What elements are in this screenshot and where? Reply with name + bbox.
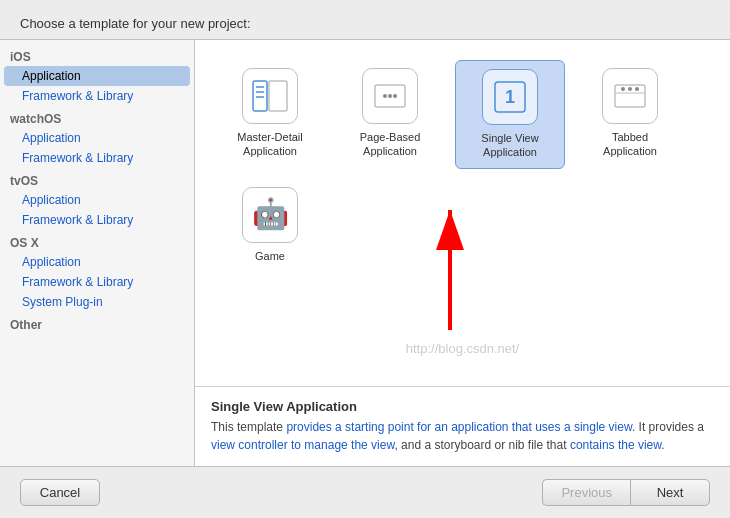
sidebar-item-tv-framework[interactable]: Framework & Library (0, 210, 194, 230)
footer: Cancel Previous Next (0, 467, 730, 518)
sidebar-section-watchos: watchOS (0, 106, 194, 128)
sidebar-item-watch-application[interactable]: Application (0, 128, 194, 148)
desc-highlight-3: contains the view (570, 438, 661, 452)
template-label-game: Game (255, 249, 285, 263)
template-item-page-based[interactable]: Page-Based Application (335, 60, 445, 169)
nav-buttons: Previous Next (542, 479, 710, 506)
template-icon-game: 🤖 (242, 187, 298, 243)
template-icon-single-view: 1 (482, 69, 538, 125)
sidebar-section-other: Other (0, 312, 194, 334)
template-label-master-detail: Master-Detail Application (237, 130, 302, 159)
main-area: Master-Detail ApplicationPage-Based Appl… (195, 40, 730, 466)
template-icon-page-based (362, 68, 418, 124)
svg-text:1: 1 (505, 87, 515, 107)
template-item-game[interactable]: 🤖Game (215, 179, 325, 271)
description-title: Single View Application (211, 399, 714, 414)
template-item-tabbed[interactable]: Tabbed Application (575, 60, 685, 169)
description-text: This template provides a starting point … (211, 418, 714, 454)
svg-rect-0 (253, 81, 267, 111)
sidebar-item-watch-framework[interactable]: Framework & Library (0, 148, 194, 168)
dialog: Choose a template for your new project: … (0, 0, 730, 518)
template-item-single-view[interactable]: 1Single View Application (455, 60, 565, 169)
template-label-tabbed: Tabbed Application (603, 130, 657, 159)
sidebar-section-os x: OS X (0, 230, 194, 252)
sidebar: iOSApplicationFramework & LibrarywatchOS… (0, 40, 195, 466)
template-label-page-based: Page-Based Application (360, 130, 421, 159)
sidebar-item-ios-framework[interactable]: Framework & Library (0, 86, 194, 106)
description-area: Single View Application This template pr… (195, 386, 730, 466)
svg-rect-1 (269, 81, 287, 111)
svg-point-15 (635, 87, 639, 91)
templates-grid: Master-Detail ApplicationPage-Based Appl… (195, 40, 730, 386)
template-item-master-detail[interactable]: Master-Detail Application (215, 60, 325, 169)
sidebar-section-tvos: tvOS (0, 168, 194, 190)
svg-point-8 (393, 94, 397, 98)
template-icon-tabbed (602, 68, 658, 124)
svg-point-6 (383, 94, 387, 98)
svg-point-7 (388, 94, 392, 98)
svg-text:🤖: 🤖 (252, 196, 290, 232)
dialog-header: Choose a template for your new project: (0, 0, 730, 39)
content-area: iOSApplicationFramework & LibrarywatchOS… (0, 39, 730, 467)
svg-point-14 (628, 87, 632, 91)
sidebar-item-ios-application[interactable]: Application (4, 66, 190, 86)
sidebar-item-tv-application[interactable]: Application (0, 190, 194, 210)
next-button[interactable]: Next (630, 479, 710, 506)
sidebar-item-osx-plugin[interactable]: System Plug-in (0, 292, 194, 312)
desc-highlight-2: view controller to manage the view (211, 438, 394, 452)
previous-button[interactable]: Previous (542, 479, 630, 506)
sidebar-item-osx-application[interactable]: Application (0, 252, 194, 272)
sidebar-item-osx-framework[interactable]: Framework & Library (0, 272, 194, 292)
svg-point-13 (621, 87, 625, 91)
template-icon-master-detail (242, 68, 298, 124)
sidebar-section-ios: iOS (0, 44, 194, 66)
template-label-single-view: Single View Application (481, 131, 538, 160)
header-title: Choose a template for your new project: (20, 16, 251, 31)
cancel-button[interactable]: Cancel (20, 479, 100, 506)
watermark: http://blog.csdn.net/ (406, 341, 519, 356)
desc-highlight-1: provides a starting point for an applica… (286, 420, 632, 434)
